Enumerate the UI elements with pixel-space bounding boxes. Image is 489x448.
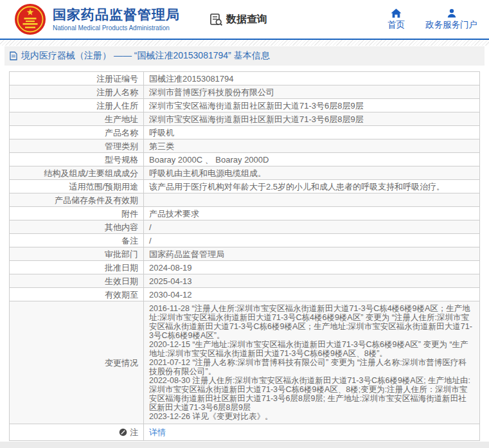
note-label-cell: 注 [10, 424, 144, 441]
header-hatch-strip [0, 40, 489, 46]
table-row: 注册人住所 深圳市宝安区福海街道新田社区新田大道71-3号6层8层9层 [10, 99, 480, 112]
row-value: 深圳市宝安区福海街道新田社区新田大道71-3号6层8层9层 [144, 112, 480, 126]
row-label: 生效日期 [10, 274, 144, 288]
row-value: 产品技术要求 [144, 207, 480, 220]
footer-strip [0, 442, 489, 448]
table-row: 管理类别 第三类 [10, 139, 480, 153]
row-value: 深圳市普博医疗科技股份有限公司 [144, 85, 480, 99]
row-value: 国家药品监督管理局 [144, 247, 480, 261]
row-label: 生产地址 [10, 112, 144, 126]
row-label: 变更情况 [10, 301, 144, 424]
table-row: 结构及组成/主要组成成分 呼吸机由主机和电源电缆组成。 [10, 166, 480, 180]
row-label: 注册证编号 [10, 72, 144, 85]
row-value: 该产品用于医疗机构对年龄大于2.5岁的小儿和成人患者的呼吸支持和呼吸治疗。 [144, 180, 480, 193]
table-row: 产品储存条件及有效期 [10, 193, 480, 207]
table-row: 生产地址 深圳市宝安区福海街道新田社区新田大道71-3号6层8层9层 [10, 112, 480, 126]
national-emblem-logo [14, 3, 46, 35]
row-label: 附件 [10, 207, 144, 220]
row-label: 有效期至 [10, 288, 144, 301]
row-value: / [144, 234, 480, 247]
row-label: 其他内容 [10, 220, 144, 234]
table-row: 注册证编号 国械注准20153081794 [10, 72, 480, 85]
note-value-cell: 详情 [144, 424, 480, 441]
nav-home-label: 首页 [387, 19, 405, 31]
row-value: 呼吸机由主机和电源电缆组成。 [144, 166, 480, 180]
change-paragraph: 2021-07-12 “注册人名称:深圳市普博科技有限公司” 变更为 “注册人名… [149, 358, 474, 376]
row-label: 适用范围/预期用途 [10, 180, 144, 193]
change-history-value: 2016-11-28 “注册人住所:深圳市宝安区福永街道新田大道71-3号C栋4… [144, 301, 480, 424]
row-label: 型号规格 [10, 153, 144, 166]
user-icon [447, 8, 457, 18]
data-query-label: 数据查询 [226, 13, 267, 26]
header: 国家药品监督管理局 National Medical Products Admi… [0, 0, 489, 40]
detail-link[interactable]: 详情 [149, 427, 166, 437]
breadcrumb: 境内医疗器械（注册） —— “国械注准20153081794” 基本信息 [4, 46, 485, 66]
row-value: 2030-04-12 [144, 288, 480, 301]
change-paragraph: 2020-12-15 “生产地址:深圳市宝安区福永街道新田大道71-3号C栋6楼… [149, 340, 474, 358]
row-value: 呼吸机 [144, 126, 480, 139]
row-label: 管理类别 [10, 139, 144, 153]
nav-gov-portal-label: 政务服务门户 [425, 19, 477, 31]
org-name-zh: 国家药品监督管理局 [53, 7, 180, 22]
note-row: 注 详情 [10, 424, 480, 441]
row-value: 2025-04-13 [144, 274, 480, 288]
page: 国家药品监督管理局 National Medical Products Admi… [0, 0, 489, 448]
row-label: 产品名称 [10, 126, 144, 139]
row-value: 第三类 [144, 139, 480, 153]
row-label: 注册人名称 [10, 85, 144, 99]
table-row: 备注 / [10, 234, 480, 247]
row-value: Boaray 2000C 、 Boaray 2000D [144, 153, 480, 166]
table-row: 批准日期 2024-08-19 [10, 261, 480, 274]
registration-info-table-wrap: 注册证编号 国械注准20153081794 注册人名称 深圳市普博医疗科技股份有… [9, 71, 480, 441]
table-row: 产品名称 呼吸机 [10, 126, 480, 139]
note-icon [119, 428, 127, 436]
table-row: 生效日期 2025-04-13 [10, 274, 480, 288]
row-value: / [144, 220, 480, 234]
row-value: 2024-08-19 [144, 261, 480, 274]
change-history-row: 变更情况 2016-11-28 “注册人住所:深圳市宝安区福永街道新田大道71-… [10, 301, 480, 424]
table-row: 审批部门 国家药品监督管理局 [10, 247, 480, 261]
nav-item-home[interactable]: 首页 [387, 8, 405, 31]
row-value [144, 193, 480, 207]
row-label: 产品储存条件及有效期 [10, 193, 144, 207]
table-row: 其他内容 / [10, 220, 480, 234]
change-paragraph: 2016-11-28 “注册人住所:深圳市宝安区福永街道新田大道71-3号C栋4… [149, 304, 474, 340]
org-title-block: 国家药品监督管理局 National Medical Products Admi… [53, 7, 180, 31]
registration-info-table: 注册证编号 国械注准20153081794 注册人名称 深圳市普博医疗科技股份有… [9, 71, 480, 441]
table-row: 附件 产品技术要求 [10, 207, 480, 220]
row-label: 结构及组成/主要组成成分 [10, 166, 144, 180]
row-label: 审批部门 [10, 247, 144, 261]
table-row: 适用范围/预期用途 该产品用于医疗机构对年龄大于2.5岁的小儿和成人患者的呼吸支… [10, 180, 480, 193]
top-nav: 首页 政务服务门户 [387, 8, 489, 31]
row-value: 深圳市宝安区福海街道新田社区新田大道71-3号6层8层9层 [144, 99, 480, 112]
nav-item-gov-portal[interactable]: 政务服务门户 [425, 8, 477, 31]
table-row: 型号规格 Boaray 2000C 、 Boaray 2000D [10, 153, 480, 166]
row-value: 国械注准20153081794 [144, 72, 480, 85]
org-name-en: National Medical Products Administration [53, 24, 180, 31]
data-query-button[interactable]: 数据查询 [209, 13, 267, 26]
row-label: 备注 [10, 234, 144, 247]
document-icon [10, 51, 17, 60]
breadcrumb-text: 境内医疗器械（注册） —— “国械注准20153081794” 基本信息 [21, 50, 270, 62]
table-row: 有效期至 2030-04-12 [10, 288, 480, 301]
table-row: 注册人名称 深圳市普博医疗科技股份有限公司 [10, 85, 480, 99]
home-icon [391, 8, 402, 18]
change-paragraph: 2022-08-30 注册人住所:深圳市宝安区福永街道新田大道71-3号C栋6楼… [149, 376, 474, 412]
data-query-icon [209, 13, 223, 26]
change-paragraph: 2023-12-26 详见《变更对比表》。 [149, 412, 474, 421]
row-label: 注册人住所 [10, 99, 144, 112]
note-label: 注 [130, 427, 138, 437]
row-label: 批准日期 [10, 261, 144, 274]
